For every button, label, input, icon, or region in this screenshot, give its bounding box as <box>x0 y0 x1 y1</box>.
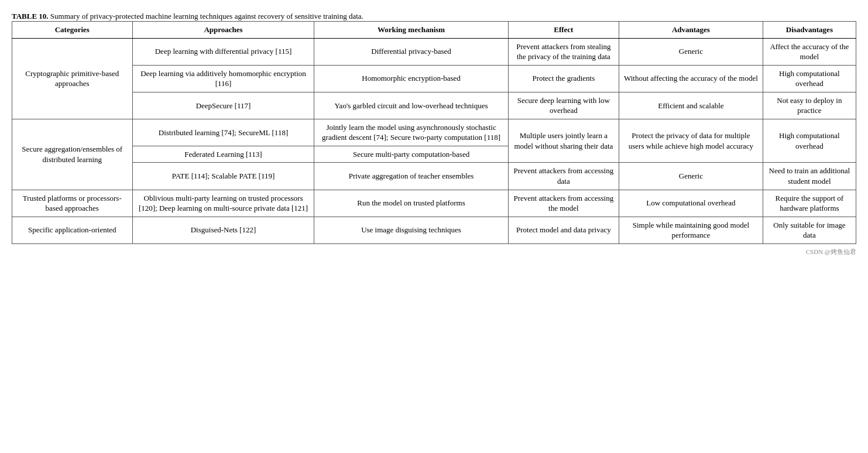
table-cell: Not easy to deploy in practice <box>763 92 856 119</box>
table-cell: Jointly learn the model using asynchrono… <box>314 119 508 146</box>
table-cell: Efficient and scalable <box>619 92 763 119</box>
table-cell: Simple while maintaining good model perf… <box>619 217 763 243</box>
table-cell: Use image disguising techniques <box>314 217 508 243</box>
table-cell: Distributed learning [74]; SecureML [118… <box>132 119 314 146</box>
table-cell: Require the support of hardware platform… <box>763 190 856 217</box>
table-cell: Homomorphic encryption-based <box>314 65 508 92</box>
caption-text: Summary of privacy-protected machine lea… <box>50 12 363 20</box>
table-cell: Generic <box>619 163 763 190</box>
table-row: DeepSecure [117]Yao's garbled circuit an… <box>12 92 856 119</box>
table-cell: High computational overhead <box>763 119 856 163</box>
table-cell: Low computational overhead <box>619 190 763 217</box>
table-cell: Prevent attackers from accessing the mod… <box>508 190 619 217</box>
table-row: Specific application-orientedDisguised-N… <box>12 217 856 243</box>
table-cell: Secure deep learning with low overhead <box>508 92 619 119</box>
table-cell: Private aggregation of teacher ensembles <box>314 163 508 190</box>
table-cell: Multiple users jointly learn a model wit… <box>508 119 619 163</box>
table-cell: Specific application-oriented <box>12 217 133 243</box>
table-cell: Protect model and data privacy <box>508 217 619 243</box>
table-cell: Cryptographic primitive-based approaches <box>12 38 133 119</box>
watermark: CSDN @烤鱼仙君 <box>12 248 856 256</box>
col-header-approaches: Approaches <box>132 22 314 39</box>
table-cell: High computational overhead <box>763 65 856 92</box>
table-cell: PATE [114]; Scalable PATE [119] <box>132 163 314 190</box>
col-header-disadvantages: Disadvantages <box>763 22 856 39</box>
table-cell: DeepSecure [117] <box>132 92 314 119</box>
table-cell: Need to train an additional student mode… <box>763 163 856 190</box>
table-cell: Differential privacy-based <box>314 38 508 65</box>
col-header-categories: Categories <box>12 22 133 39</box>
table-cell: Prevent attackers from accessing data <box>508 163 619 190</box>
table-cell: Prevent attackers from stealing the priv… <box>508 38 619 65</box>
table-cell: Trusted platforms or processors-based ap… <box>12 190 133 217</box>
table-cell: Oblivious multi-party learning on truste… <box>132 190 314 217</box>
table-cell: Secure aggregation/ensembles of distribu… <box>12 119 133 190</box>
col-header-effect: Effect <box>508 22 619 39</box>
table-row: Trusted platforms or processors-based ap… <box>12 190 856 217</box>
table-cell: Run the model on trusted platforms <box>314 190 508 217</box>
table-cell: Protect the privacy of data for multiple… <box>619 119 763 163</box>
table-cell: Generic <box>619 38 763 65</box>
table-row: Deep learning via additively homomorphic… <box>12 65 856 92</box>
table-cell: Yao's garbled circuit and low-overhead t… <box>314 92 508 119</box>
table-cell: Only suitable for image data <box>763 217 856 243</box>
table-label: TABLE 10. <box>12 12 49 20</box>
table-cell: Disguised-Nets [122] <box>132 217 314 243</box>
table-cell: Without affecting the accuracy of the mo… <box>619 65 763 92</box>
table-cell: Affect the accuracy of the model <box>763 38 856 65</box>
table-cell: Deep learning via additively homomorphic… <box>132 65 314 92</box>
caption: TABLE 10. Summary of privacy-protected m… <box>12 12 856 21</box>
main-table: Categories Approaches Working mechanism … <box>12 21 856 244</box>
table-row: PATE [114]; Scalable PATE [119]Private a… <box>12 163 856 190</box>
col-header-mechanism: Working mechanism <box>314 22 508 39</box>
table-cell: Protect the gradients <box>508 65 619 92</box>
table-row: Secure aggregation/ensembles of distribu… <box>12 119 856 146</box>
table-cell: Federated Learning [113] <box>132 146 314 163</box>
table-cell: Secure multi-party computation-based <box>314 146 508 163</box>
col-header-advantages: Advantages <box>619 22 763 39</box>
table-cell: Deep learning with differential privacy … <box>132 38 314 65</box>
table-row: Cryptographic primitive-based approaches… <box>12 38 856 65</box>
header-row: Categories Approaches Working mechanism … <box>12 22 856 39</box>
